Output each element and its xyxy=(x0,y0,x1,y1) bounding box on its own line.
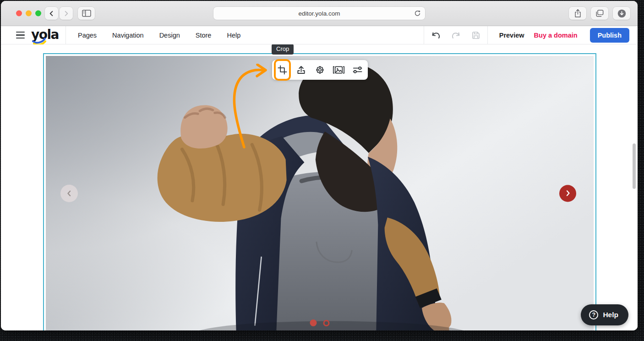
upload-image-button[interactable] xyxy=(292,60,311,80)
browser-share-button[interactable] xyxy=(569,7,586,20)
address-bar[interactable]: editor.yola.com xyxy=(213,7,425,20)
publish-button[interactable]: Publish xyxy=(590,28,629,43)
sliders-icon xyxy=(352,65,363,75)
carousel-prev-button[interactable] xyxy=(60,185,78,202)
crop-tooltip: Crop xyxy=(272,44,294,55)
preview-button[interactable]: Preview xyxy=(499,32,524,39)
image-toolbar xyxy=(272,60,368,80)
undo-icon xyxy=(431,31,441,39)
menu-item-help[interactable]: Help xyxy=(227,32,240,39)
help-button-label: Help xyxy=(603,311,618,319)
redo-button[interactable] xyxy=(451,31,461,39)
question-icon: ? xyxy=(589,310,598,319)
traffic-lights xyxy=(16,11,41,16)
carousel-dot-2[interactable] xyxy=(323,320,330,326)
browser-window: editor.yola.com xyxy=(1,1,638,330)
editor-canvas: Crop ? Help xyxy=(1,44,638,330)
help-button[interactable]: ? Help xyxy=(581,304,628,325)
hamburger-icon xyxy=(16,32,25,33)
save-button[interactable] xyxy=(471,31,480,40)
chevron-right-icon xyxy=(63,10,70,17)
share-icon xyxy=(574,9,582,18)
save-icon xyxy=(471,31,480,40)
browser-tabs-button[interactable] xyxy=(591,7,608,20)
buy-domain-button[interactable]: Buy a domain xyxy=(534,32,578,39)
carousel-dot-1-active[interactable] xyxy=(310,319,317,326)
redo-icon xyxy=(451,31,461,39)
editor-menu: Pages Navigation Design Store Help xyxy=(78,32,240,39)
browser-downloads-button[interactable] xyxy=(613,7,630,20)
toolbar-divider xyxy=(487,26,488,44)
browser-titlebar: editor.yola.com xyxy=(1,1,638,26)
carousel-next-button[interactable] xyxy=(559,185,576,202)
browser-forward-button[interactable] xyxy=(60,7,73,20)
gear-icon xyxy=(315,65,325,75)
yola-logo[interactable]: yola xyxy=(31,28,59,42)
chevron-right-icon xyxy=(565,190,571,197)
carousel-dots xyxy=(310,319,330,326)
reload-icon xyxy=(414,10,421,17)
toolbar-actions: Preview Buy a domain Publish xyxy=(424,26,638,44)
slideshow-icon xyxy=(333,65,345,75)
reload-button[interactable] xyxy=(414,10,421,17)
image-settings-button[interactable] xyxy=(311,60,329,80)
chevron-left-icon xyxy=(66,190,72,197)
history-controls xyxy=(424,31,487,40)
page-scrollbar-thumb[interactable] xyxy=(633,143,636,189)
undo-button[interactable] xyxy=(431,31,441,39)
menu-item-store[interactable]: Store xyxy=(196,32,212,39)
zoom-window-button[interactable] xyxy=(35,11,41,16)
adjustments-button[interactable] xyxy=(348,60,367,80)
crop-icon xyxy=(277,65,288,75)
close-window-button[interactable] xyxy=(16,11,22,16)
browser-sidebar-button[interactable] xyxy=(78,7,95,20)
menu-item-design[interactable]: Design xyxy=(159,32,180,39)
download-icon xyxy=(617,9,627,18)
menu-item-pages[interactable]: Pages xyxy=(78,32,97,39)
main-menu-button[interactable] xyxy=(16,32,25,39)
sidebar-icon xyxy=(82,10,91,17)
selected-image-slider-widget[interactable] xyxy=(43,53,596,330)
slider-photo[interactable] xyxy=(46,56,594,330)
chevron-left-icon xyxy=(48,10,55,17)
photo-man-dancing xyxy=(46,56,594,330)
upload-icon xyxy=(296,65,306,75)
slideshow-button[interactable] xyxy=(329,60,348,80)
toolbar-divider xyxy=(65,26,66,44)
minimize-window-button[interactable] xyxy=(26,11,32,16)
editor-toolbar: yola Pages Navigation Design Store Help xyxy=(1,26,638,44)
browser-back-button[interactable] xyxy=(45,7,58,20)
crop-tool-button[interactable] xyxy=(273,60,292,80)
tabs-icon xyxy=(595,9,604,17)
address-bar-url: editor.yola.com xyxy=(299,10,340,17)
menu-item-navigation[interactable]: Navigation xyxy=(112,32,144,39)
